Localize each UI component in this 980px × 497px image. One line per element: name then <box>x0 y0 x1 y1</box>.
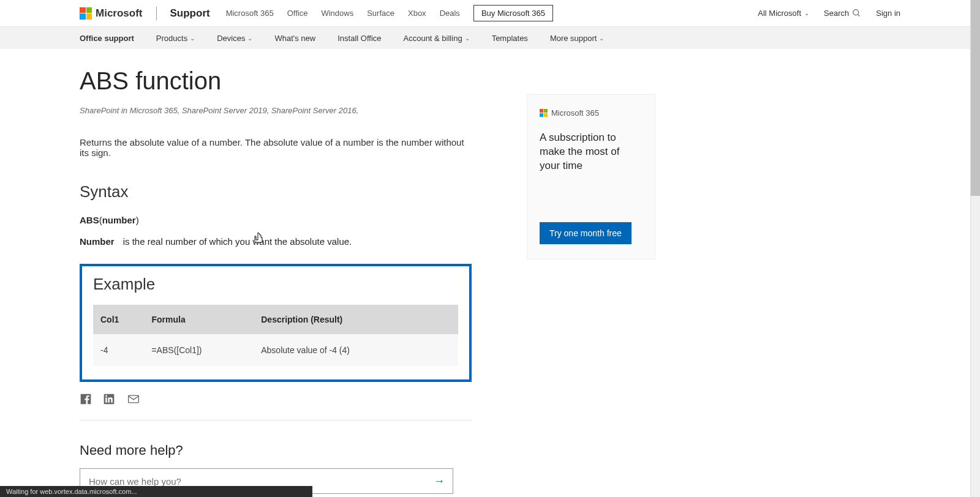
syntax-func: ABS <box>80 215 99 225</box>
linkedin-icon[interactable] <box>103 393 115 405</box>
page-title: ABS function <box>80 67 472 95</box>
syntax-heading: Syntax <box>80 182 472 201</box>
example-heading: Example <box>93 275 458 294</box>
promo-brand-label: Microsoft 365 <box>551 108 599 118</box>
chevron-down-icon: ⌄ <box>465 35 470 42</box>
search-label: Search <box>824 9 849 18</box>
svg-point-0 <box>853 10 859 15</box>
share-row <box>80 390 472 420</box>
subnav-install[interactable]: Install Office <box>337 34 381 43</box>
main-column: ABS function SharePoint in Microsoft 365… <box>80 67 472 497</box>
subnav-templates[interactable]: Templates <box>492 34 528 43</box>
syntax-close: ) <box>136 215 139 225</box>
table-row: -4 =ABS([Col1]) Absolute value of -4 (4) <box>93 334 458 366</box>
th-col1: Col1 <box>93 305 144 334</box>
nav-surface[interactable]: Surface <box>367 9 394 18</box>
chevron-down-icon: ⌄ <box>190 35 195 42</box>
support-label[interactable]: Support <box>170 7 210 20</box>
intro-text: Returns the absolute value of a number. … <box>80 137 472 158</box>
help-search-submit[interactable]: → <box>426 469 453 493</box>
th-formula: Formula <box>144 305 254 334</box>
subnav-office-support[interactable]: Office support <box>80 34 134 43</box>
nav-xbox[interactable]: Xbox <box>408 9 426 18</box>
promo-text: A subscription to make the most of your … <box>540 131 643 173</box>
microsoft-logo-icon <box>80 7 92 20</box>
search-button[interactable]: Search <box>824 9 861 18</box>
subnav-devices-label: Devices <box>217 34 245 43</box>
chevron-down-icon: ⌄ <box>599 35 604 42</box>
status-bar: Waiting for web.vortex.data.microsoft.co… <box>0 486 312 497</box>
side-column: Microsoft 365 A subscription to make the… <box>527 94 655 497</box>
syntax-line: ABS(number) <box>80 215 472 225</box>
divider <box>156 7 157 20</box>
search-icon <box>852 9 861 18</box>
subnav-more[interactable]: More support⌄ <box>550 34 605 43</box>
top-header: Microsoft Support Microsoft 365 Office W… <box>0 0 980 27</box>
subnav-products-label: Products <box>156 34 187 43</box>
applies-to: SharePoint in Microsoft 365, SharePoint … <box>80 106 472 115</box>
param-line: Numberis the real number of which you wa… <box>80 236 472 247</box>
try-free-button[interactable]: Try one month free <box>540 222 631 244</box>
all-microsoft-menu[interactable]: All Microsoft ⌄ <box>758 9 809 18</box>
td-formula: =ABS([Col1]) <box>144 334 254 366</box>
example-table: Col1 Formula Description (Result) -4 =AB… <box>93 305 458 366</box>
vertical-scrollbar[interactable] <box>970 0 980 497</box>
subnav-products[interactable]: Products⌄ <box>156 34 195 43</box>
top-right-nav: All Microsoft ⌄ Search Sign in <box>758 9 900 18</box>
svg-rect-2 <box>129 395 139 403</box>
scrollbar-thumb[interactable] <box>971 0 980 196</box>
content: ABS function SharePoint in Microsoft 365… <box>0 49 980 497</box>
subnav-account[interactable]: Account & billing⌄ <box>404 34 470 43</box>
svg-line-1 <box>858 14 860 16</box>
td-col1: -4 <box>93 334 144 366</box>
promo-brand: Microsoft 365 <box>540 108 643 118</box>
brand-label: Microsoft <box>96 7 143 20</box>
th-description: Description (Result) <box>254 305 458 334</box>
subnav-account-label: Account & billing <box>404 34 462 43</box>
sub-nav: Office support Products⌄ Devices⌄ What's… <box>0 27 980 49</box>
nav-office[interactable]: Office <box>287 9 308 18</box>
nav-microsoft365[interactable]: Microsoft 365 <box>226 9 274 18</box>
param-desc: is the real number of which you want the… <box>123 236 352 247</box>
signin-link[interactable]: Sign in <box>876 9 900 18</box>
chevron-down-icon: ⌄ <box>804 10 809 17</box>
nav-windows[interactable]: Windows <box>321 9 353 18</box>
microsoft-logo[interactable]: Microsoft <box>80 7 143 20</box>
need-more-help-heading: Need more help? <box>80 443 472 458</box>
email-icon[interactable] <box>126 393 141 405</box>
chevron-down-icon: ⌄ <box>247 35 252 42</box>
top-nav: Microsoft 365 Office Windows Surface Xbo… <box>226 9 460 18</box>
buy-microsoft365-button[interactable]: Buy Microsoft 365 <box>473 5 553 21</box>
all-microsoft-label: All Microsoft <box>758 9 801 18</box>
subnav-more-label: More support <box>550 34 597 43</box>
param-name: Number <box>80 236 115 247</box>
td-description: Absolute value of -4 (4) <box>254 334 458 366</box>
subnav-devices[interactable]: Devices⌄ <box>217 34 252 43</box>
subnav-whatsnew[interactable]: What's new <box>274 34 315 43</box>
facebook-icon[interactable] <box>80 393 92 405</box>
example-box: Example Col1 Formula Description (Result… <box>80 264 472 382</box>
microsoft-logo-icon <box>540 109 548 117</box>
syntax-arg: number <box>102 215 136 225</box>
promo-card: Microsoft 365 A subscription to make the… <box>527 94 655 260</box>
nav-deals[interactable]: Deals <box>440 9 460 18</box>
